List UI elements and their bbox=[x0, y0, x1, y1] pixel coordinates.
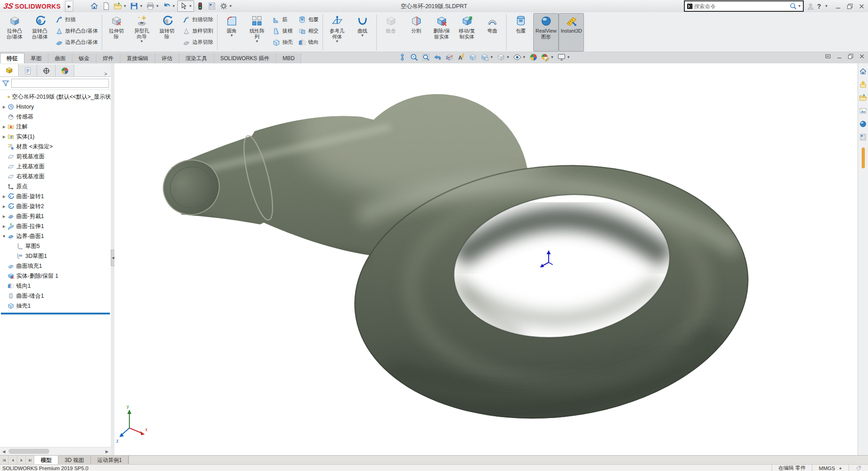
scrollbar-thumb[interactable] bbox=[9, 449, 49, 454]
quick-access-save-button[interactable]: ▼ bbox=[128, 1, 144, 11]
ribbon-tab-solidworks-addins[interactable]: SOLIDWORKS 插件 bbox=[214, 53, 276, 63]
manager-tab-feature-manager[interactable] bbox=[0, 64, 19, 76]
tree-item-surface-extrude1[interactable]: ▶曲面-拉伸1 bbox=[0, 221, 111, 231]
tree-expander-icon[interactable]: ▶ bbox=[1, 214, 7, 219]
tree-item-front-plane[interactable]: 前视基准面 bbox=[0, 152, 111, 162]
units-selector[interactable]: MMGS▲ bbox=[812, 465, 849, 471]
ribbon-linear-pattern-button[interactable]: 线性阵列▼ bbox=[244, 13, 270, 52]
quick-access-undo-button[interactable]: ▼ bbox=[161, 1, 177, 11]
scroll-right-icon[interactable]: ▶ bbox=[103, 447, 111, 455]
ribbon-revolved-cut-button[interactable]: 旋转切除 bbox=[154, 13, 180, 52]
manager-tab-expand-button[interactable]: > bbox=[101, 71, 111, 76]
doc-window-dock-button[interactable] bbox=[825, 53, 831, 60]
ribbon-tab-mbd[interactable]: MBD bbox=[276, 53, 302, 63]
task-pane-custom-properties-button[interactable] bbox=[859, 133, 868, 142]
quick-access-select-button[interactable]: ▼ bbox=[177, 0, 194, 12]
ribbon-tab-features[interactable]: 特征 bbox=[0, 53, 24, 63]
ribbon-wrap-button[interactable]: 包覆 bbox=[296, 14, 320, 25]
save-caret-icon[interactable]: ▼ bbox=[139, 4, 143, 8]
ribbon-lofted-cut-button[interactable]: 放样切割 bbox=[180, 26, 215, 36]
manager-tab-property-manager[interactable] bbox=[19, 65, 37, 76]
tree-expander-icon[interactable]: ▶ bbox=[1, 195, 7, 199]
tree-item-right-plane[interactable]: 右视基准面 bbox=[0, 171, 111, 181]
document-tab-3d-views[interactable]: 3D 视图 bbox=[58, 456, 91, 465]
headsup-hide-show-items-button[interactable]: ▼ bbox=[512, 52, 527, 62]
tree-expander-icon[interactable]: ▼ bbox=[1, 234, 7, 238]
ribbon-realview-graphics-button[interactable]: RealView图形 bbox=[533, 13, 559, 52]
tree-item-surface-fill1[interactable]: 曲面填充1 bbox=[0, 261, 111, 271]
task-pane-view-palette-button[interactable] bbox=[859, 106, 868, 115]
tree-item-sensors[interactable]: 传感器 bbox=[0, 112, 111, 122]
headsup-view-orientation-button[interactable] bbox=[468, 52, 478, 62]
ribbon-tab-weldments[interactable]: 焊件 bbox=[96, 53, 120, 63]
tree-item-surface-revolve1[interactable]: ▶曲面-旋转1 bbox=[0, 191, 111, 201]
tree-item-annotations[interactable]: ▶A注解 bbox=[0, 122, 111, 132]
tree-item-surface-trim1[interactable]: ▶曲面-剪裁1 bbox=[0, 211, 111, 221]
tree-expander-icon[interactable]: ▶ bbox=[1, 224, 7, 228]
model-body[interactable] bbox=[114, 63, 793, 455]
tree-item-mirror1[interactable]: 镜向1 bbox=[0, 281, 111, 291]
ribbon-move-copy-body-button[interactable]: 移动/复制实体 bbox=[454, 13, 479, 52]
task-pane-scroll-indicator[interactable] bbox=[862, 147, 865, 168]
status-tag-cell[interactable] bbox=[849, 465, 868, 471]
ribbon-extruded-boss-button[interactable]: 拉伸凸台/基体 bbox=[2, 13, 27, 52]
manager-tab-display-manager[interactable] bbox=[56, 65, 74, 76]
task-pane-file-explorer-button[interactable] bbox=[859, 93, 868, 102]
tab-scroll-next-button[interactable] bbox=[17, 456, 26, 465]
search-caret-icon[interactable]: ▼ bbox=[798, 4, 802, 8]
quick-access-print-button[interactable]: ▼ bbox=[145, 1, 161, 11]
ribbon-tab-sheet-metal[interactable]: 钣金 bbox=[72, 53, 96, 63]
headsup-zoom-to-area-button[interactable] bbox=[421, 52, 431, 62]
ribbon-swept-cut-button[interactable]: 扫描切除 bbox=[180, 14, 215, 25]
task-pane-home-button[interactable] bbox=[859, 67, 868, 76]
manager-tab-configuration-manager[interactable] bbox=[37, 65, 56, 76]
task-pane-appearances-scenes-button[interactable] bbox=[859, 119, 868, 128]
ribbon-tab-surfaces[interactable]: 曲面 bbox=[48, 53, 72, 63]
minimize-button[interactable] bbox=[835, 3, 842, 10]
ribbon-swept-boss-button[interactable]: 扫描 bbox=[53, 14, 100, 25]
tree-item-body-delete-keep1[interactable]: 实体-删除/保留 1 bbox=[0, 271, 111, 281]
ribbon-delete-keep-body-button[interactable]: 删除/保留实体 bbox=[429, 13, 454, 52]
model-3d-view[interactable]: y x z bbox=[114, 63, 858, 455]
search-input[interactable] bbox=[693, 3, 789, 10]
ribbon-instant3d-button[interactable]: Instant3D bbox=[559, 13, 584, 52]
headsup-edit-appearance-button[interactable] bbox=[528, 52, 539, 62]
headsup-apply-scene-button[interactable]: ▼ bbox=[540, 52, 555, 62]
select-caret-icon[interactable]: ▼ bbox=[189, 4, 192, 8]
ribbon-curves-button[interactable]: 曲线▼ bbox=[350, 13, 375, 52]
quick-access-home-button[interactable] bbox=[89, 1, 100, 11]
options-caret-icon[interactable]: ▼ bbox=[229, 4, 232, 8]
help-caret-icon[interactable]: ▼ bbox=[825, 4, 828, 8]
view-settings-caret-icon[interactable]: ▼ bbox=[567, 55, 570, 59]
linear-pattern-caret-icon[interactable]: ▼ bbox=[255, 40, 259, 44]
undo-caret-icon[interactable]: ▼ bbox=[172, 4, 175, 8]
display-style-caret-icon[interactable]: ▼ bbox=[490, 55, 493, 59]
close-button[interactable] bbox=[858, 3, 865, 10]
tree-item-material[interactable]: 材质 <未指定> bbox=[0, 142, 111, 152]
tree-item-sketch5[interactable]: 草图5 bbox=[0, 241, 111, 251]
ribbon-lofted-boss-button[interactable]: 放样凸台/基体 bbox=[53, 26, 100, 36]
rollback-bar[interactable] bbox=[1, 313, 110, 314]
tree-item-surface-revolve2[interactable]: ▶曲面-旋转2 bbox=[0, 201, 111, 211]
restore-button[interactable] bbox=[846, 3, 854, 10]
ribbon-tab-render-tools[interactable]: 渲染工具 bbox=[179, 53, 214, 63]
tree-item-history[interactable]: ▶History bbox=[0, 102, 111, 112]
ribbon-boundary-boss-button[interactable]: 边界凸台/基体 bbox=[53, 37, 100, 48]
quick-access-rebuild-button[interactable] bbox=[194, 1, 206, 11]
document-tab-model[interactable]: 模型 bbox=[34, 456, 58, 465]
ribbon-tab-sketch[interactable]: 草图 bbox=[24, 53, 48, 63]
ribbon-flex-button[interactable]: 弯曲 bbox=[479, 13, 505, 52]
headsup-display-style-button[interactable]: ▼ bbox=[479, 52, 494, 62]
menu-flyout-button[interactable]: ▶ bbox=[65, 1, 73, 12]
graphics-viewport[interactable]: y x z bbox=[114, 63, 858, 455]
ribbon-tab-direct-editing[interactable]: 直接编辑 bbox=[120, 53, 155, 63]
headsup-section-view-button[interactable] bbox=[444, 52, 455, 62]
quick-access-file-properties-button[interactable] bbox=[206, 1, 218, 11]
ribbon-wrap-2-button[interactable]: 包覆 bbox=[508, 13, 533, 52]
ribbon-shell-button[interactable]: 抽壳 bbox=[270, 37, 294, 48]
tree-expander-icon[interactable]: ▶ bbox=[1, 125, 7, 129]
apply-scene-caret-icon[interactable]: ▼ bbox=[550, 55, 554, 59]
curves-caret-icon[interactable]: ▼ bbox=[360, 34, 364, 38]
headsup-previous-view-button[interactable] bbox=[432, 52, 443, 62]
tree-expander-icon[interactable]: ▶ bbox=[1, 205, 7, 209]
